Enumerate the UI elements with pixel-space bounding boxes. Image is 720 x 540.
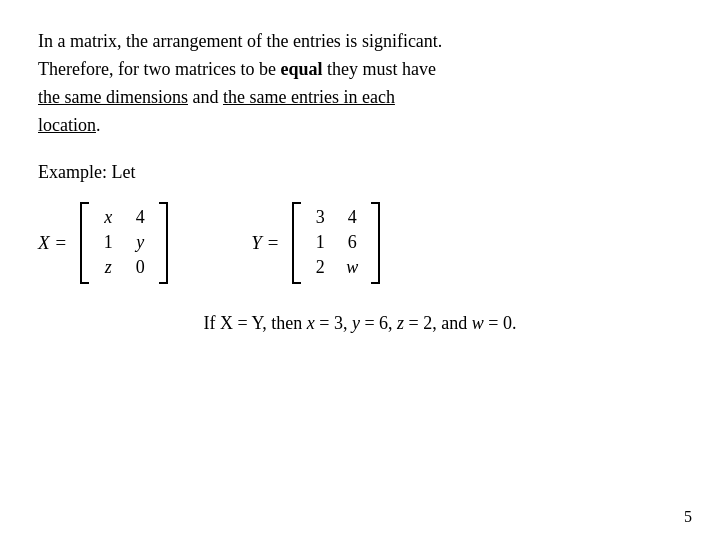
cell-x4: y	[133, 232, 147, 253]
bracket-right-y	[369, 201, 383, 285]
matrix-y-grid: 3 4 1 6 2 w	[303, 203, 369, 282]
cell-x1: x	[101, 207, 115, 228]
line3c: the same entries in each	[223, 87, 395, 107]
matrices-row: X = x 4 1 y z 0	[38, 201, 682, 285]
line3a: the same dimensions	[38, 87, 188, 107]
conclusion-text: If X = Y, then x = 3, y = 6, z = 2, and …	[38, 313, 682, 334]
conclusion-y: y	[352, 313, 360, 333]
line1: In a matrix, the arrangement of the entr…	[38, 31, 442, 51]
matrix-x: x 4 1 y z 0	[77, 201, 171, 285]
bracket-right-x	[157, 201, 171, 285]
cell-y2: 4	[345, 207, 359, 228]
y-eq-label: Y =	[251, 232, 279, 254]
cell-x3: 1	[101, 232, 115, 253]
c1: = 3,	[315, 313, 352, 333]
line3b: and	[188, 87, 223, 107]
x-eq-label: X =	[38, 232, 67, 254]
cell-x5: z	[101, 257, 115, 278]
bracket-left-y	[289, 201, 303, 285]
line4: location	[38, 115, 96, 135]
cell-y3: 1	[313, 232, 327, 253]
matrix-x-grid: x 4 1 y z 0	[91, 203, 157, 282]
matrix-y: 3 4 1 6 2 w	[289, 201, 383, 285]
matrix-x-equation: X = x 4 1 y z 0	[38, 201, 171, 285]
conclusion-w: w	[472, 313, 484, 333]
main-paragraph: In a matrix, the arrangement of the entr…	[38, 28, 682, 140]
line2b: they must have	[322, 59, 435, 79]
c2: = 6,	[360, 313, 397, 333]
bracket-left-x	[77, 201, 91, 285]
cell-x6: 0	[133, 257, 147, 278]
cell-y6: w	[345, 257, 359, 278]
cell-y1: 3	[313, 207, 327, 228]
cell-x2: 4	[133, 207, 147, 228]
conclusion-x: x	[307, 313, 315, 333]
line2a: Therefore, for two matrices to be	[38, 59, 280, 79]
cell-y4: 6	[345, 232, 359, 253]
page-number: 5	[684, 508, 692, 526]
matrix-y-equation: Y = 3 4 1 6 2 w	[251, 201, 383, 285]
c4: = 0.	[484, 313, 517, 333]
c3: = 2, and	[404, 313, 472, 333]
conclusion-static: If X = Y, then	[204, 313, 307, 333]
bold-equal: equal	[280, 59, 322, 79]
cell-y5: 2	[313, 257, 327, 278]
line4b: .	[96, 115, 101, 135]
example-label: Example: Let	[38, 162, 682, 183]
